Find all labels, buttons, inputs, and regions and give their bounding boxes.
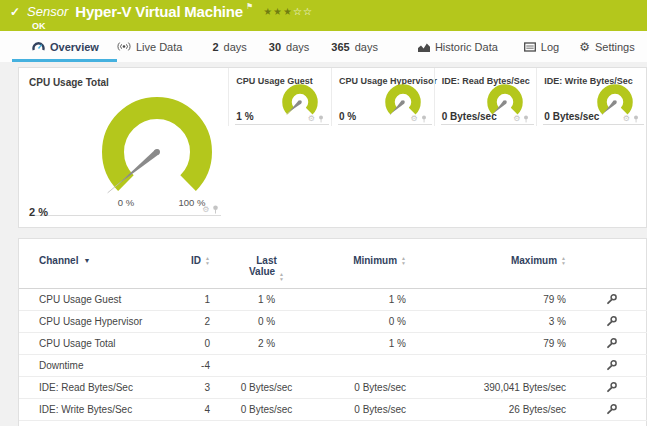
column-header-channel[interactable]: Channel▼ [19, 239, 174, 289]
channel-last-value: 0 Bytes/sec [214, 377, 319, 399]
tab-overview[interactable]: Overview [28, 31, 103, 62]
gear-icon[interactable]: ⚙ [202, 206, 209, 214]
tab-label: Settings [595, 41, 635, 53]
divider [235, 124, 329, 125]
pin-icon[interactable] [318, 115, 324, 123]
tab-30-days[interactable]: 30 days [265, 31, 314, 62]
tab-label: days [286, 41, 309, 53]
column-header-last-value[interactable]: LastValue▲▼ [214, 239, 319, 289]
edit-channel-wrench-icon[interactable] [606, 337, 618, 351]
gauge-tile-ide-read: IDE: Read Bytes/Sec 0 Bytes/sec ⚙ [434, 68, 537, 126]
channel-id: 3 [174, 377, 214, 399]
channel-last-value: 2 % [214, 333, 319, 355]
sort-icon: ▲▼ [401, 256, 406, 265]
gauge-tile-ide-write: IDE: Write Bytes/Sec 0 Bytes/sec ⚙ [536, 68, 646, 126]
channel-id: -4 [174, 355, 214, 377]
table-row: IDE: Write Bytes/Sec 4 0 Bytes/sec 0 Byt… [19, 399, 647, 421]
pin-icon[interactable] [633, 115, 639, 123]
edit-channel-wrench-icon[interactable] [606, 403, 618, 417]
channel-name[interactable]: IDE: Write Bytes/Sec [19, 399, 174, 421]
divider [29, 215, 221, 216]
table-row: IDE: Read Bytes/Sec 3 0 Bytes/sec 0 Byte… [19, 377, 647, 399]
priority-stars[interactable]: ★★★☆☆ [263, 6, 313, 17]
channel-maximum: 26 Bytes/sec [424, 399, 584, 421]
tab-365-days[interactable]: 365 days [327, 31, 382, 62]
channel-minimum: 0 % [319, 311, 424, 333]
tab-settings[interactable]: ⚙ Settings [575, 31, 639, 62]
channel-name[interactable]: CPU Usage Guest [19, 289, 174, 311]
channel-minimum: 1 % [319, 289, 424, 311]
edit-channel-wrench-icon[interactable] [606, 381, 618, 395]
sensor-title: Hyper-V Virtual Machine [75, 3, 243, 20]
gauge-tile-cpu-usage-hypervisor: CPU Usage Hypervisor 0 % ⚙ [331, 68, 434, 126]
gauge-scale-min: 0 % [114, 197, 138, 208]
gauge-tile-cpu-usage-guest: CPU Usage Guest 1 % ⚙ [228, 68, 331, 126]
gear-icon[interactable]: ⚙ [411, 115, 418, 123]
channel-name[interactable]: CPU Usage Total [19, 333, 174, 355]
object-kind-label: Sensor [27, 4, 68, 19]
edit-channel-wrench-icon[interactable] [606, 293, 618, 307]
tab-live-data[interactable]: Live Data [113, 31, 186, 62]
sort-desc-icon: ▼ [83, 257, 90, 264]
tab-2-days[interactable]: 2 days [208, 31, 250, 62]
gauge-value: 0 % [339, 111, 356, 122]
gauge-value: 1 % [236, 111, 253, 122]
channel-table-panel: Channel▼ ID▲▼ LastValue▲▼ Minimum▲▼ Maxi… [18, 238, 647, 426]
column-header-id[interactable]: ID▲▼ [174, 239, 214, 289]
tab-label: days [224, 41, 247, 53]
channel-maximum: 390,041 Bytes/sec [424, 377, 584, 399]
gear-icon[interactable]: ⚙ [513, 115, 520, 123]
star-icon[interactable]: ☆ [303, 6, 313, 17]
channel-minimum: 0 Bytes/sec [319, 399, 424, 421]
pin-icon[interactable] [523, 115, 529, 123]
edit-channel-wrench-icon[interactable] [606, 315, 618, 329]
table-row: CPU Usage Hypervisor 2 0 % 0 % 3 % [19, 311, 647, 333]
channel-maximum: 79 % [424, 333, 584, 355]
channel-minimum: 1 % [319, 333, 424, 355]
column-header-maximum[interactable]: Maximum▲▼ [424, 239, 584, 289]
star-icon[interactable]: ★ [263, 6, 273, 17]
channel-maximum [424, 355, 584, 377]
channel-maximum: 3 % [424, 311, 584, 333]
tab-label: Historic Data [435, 41, 498, 53]
star-icon[interactable]: ☆ [293, 6, 303, 17]
channel-name[interactable]: IDE: Read Bytes/Sec [19, 377, 174, 399]
gauge-tile-cpu-usage-total: CPU Usage Total 0 % 100 % 2 % ⚙ [19, 68, 228, 227]
channel-minimum [319, 355, 424, 377]
gear-icon[interactable]: ⚙ [308, 115, 315, 123]
pin-icon[interactable] [421, 115, 427, 123]
star-icon[interactable]: ★ [273, 6, 283, 17]
channel-table: Channel▼ ID▲▼ LastValue▲▼ Minimum▲▼ Maxi… [19, 239, 647, 421]
channel-last-value: 1 % [214, 289, 319, 311]
channel-id: 1 [174, 289, 214, 311]
sensor-status-banner: ✓ Sensor Hyper-V Virtual Machine ⚑ ★★★☆☆… [0, 0, 647, 31]
tab-label: Log [541, 41, 559, 53]
edit-channel-wrench-icon[interactable] [606, 359, 618, 373]
channel-id: 2 [174, 311, 214, 333]
divider [543, 124, 644, 125]
divider [441, 124, 535, 125]
tab-label: Live Data [136, 41, 182, 53]
table-row: CPU Usage Total 0 2 % 1 % 79 % [19, 333, 647, 355]
channel-last-value: 0 % [214, 311, 319, 333]
star-icon[interactable]: ★ [283, 6, 293, 17]
channel-id: 4 [174, 399, 214, 421]
gauge-value: 2 % [29, 206, 48, 218]
table-row: CPU Usage Guest 1 1 % 1 % 79 % [19, 289, 647, 311]
channel-name[interactable]: CPU Usage Hypervisor [19, 311, 174, 333]
tab-historic-data[interactable]: Historic Data [414, 31, 502, 62]
prtg-sensor-page: ✓ Sensor Hyper-V Virtual Machine ⚑ ★★★☆☆… [0, 0, 647, 426]
channel-name[interactable]: Downtime [19, 355, 174, 377]
status-check-icon: ✓ [10, 5, 20, 19]
tab-log[interactable]: Log [520, 31, 563, 62]
pin-icon[interactable] [212, 205, 219, 214]
sort-icon: ▲▼ [279, 272, 284, 281]
tab-label: Overview [50, 41, 99, 53]
flag-icon[interactable]: ⚑ [246, 2, 253, 11]
gauge-value: 0 Bytes/sec [544, 111, 599, 122]
gear-icon[interactable]: ⚙ [623, 115, 630, 123]
table-row: Downtime -4 [19, 355, 647, 377]
column-header-minimum[interactable]: Minimum▲▼ [319, 239, 424, 289]
gauge-icon [32, 41, 45, 53]
divider [338, 124, 432, 125]
